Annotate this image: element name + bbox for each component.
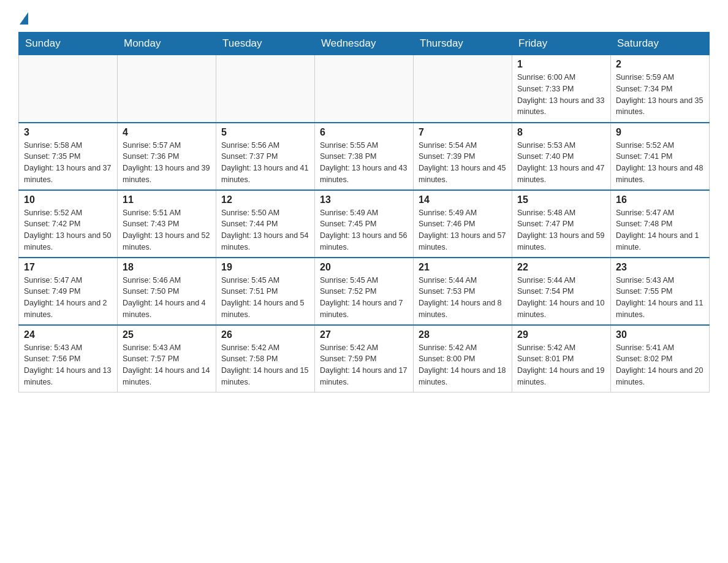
calendar-cell: 14Sunrise: 5:49 AMSunset: 7:46 PMDayligh… xyxy=(414,190,512,258)
day-number: 17 xyxy=(24,262,112,273)
day-number: 25 xyxy=(123,329,211,340)
calendar-cell: 3Sunrise: 5:58 AMSunset: 7:35 PMDaylight… xyxy=(19,123,118,190)
day-info: Sunrise: 5:44 AMSunset: 7:53 PMDaylight:… xyxy=(419,275,507,321)
calendar-cell: 12Sunrise: 5:50 AMSunset: 7:44 PMDayligh… xyxy=(216,190,315,258)
day-number: 9 xyxy=(616,127,704,138)
day-info: Sunrise: 5:46 AMSunset: 7:50 PMDaylight:… xyxy=(123,275,211,321)
calendar-cell: 28Sunrise: 5:42 AMSunset: 8:00 PMDayligh… xyxy=(414,325,512,393)
day-info: Sunrise: 5:42 AMSunset: 7:59 PMDaylight:… xyxy=(320,342,408,388)
day-number: 15 xyxy=(517,194,605,205)
day-info: Sunrise: 5:42 AMSunset: 8:01 PMDaylight:… xyxy=(517,342,605,388)
calendar-cell: 9Sunrise: 5:52 AMSunset: 7:41 PMDaylight… xyxy=(611,123,710,190)
day-number: 12 xyxy=(221,194,309,205)
day-info: Sunrise: 5:58 AMSunset: 7:35 PMDaylight:… xyxy=(24,140,112,186)
day-info: Sunrise: 5:44 AMSunset: 7:54 PMDaylight:… xyxy=(517,275,605,321)
day-number: 19 xyxy=(221,262,309,273)
calendar-week-row: 1Sunrise: 6:00 AMSunset: 7:33 PMDaylight… xyxy=(19,55,710,123)
day-info: Sunrise: 5:43 AMSunset: 7:55 PMDaylight:… xyxy=(616,275,704,321)
day-number: 13 xyxy=(320,194,408,205)
day-info: Sunrise: 5:45 AMSunset: 7:52 PMDaylight:… xyxy=(320,275,408,321)
day-info: Sunrise: 5:52 AMSunset: 7:41 PMDaylight:… xyxy=(616,140,704,186)
calendar-cell: 11Sunrise: 5:51 AMSunset: 7:43 PMDayligh… xyxy=(118,190,216,258)
day-info: Sunrise: 5:43 AMSunset: 7:57 PMDaylight:… xyxy=(123,342,211,388)
weekday-header-sunday: Sunday xyxy=(19,33,118,55)
calendar-cell: 26Sunrise: 5:42 AMSunset: 7:58 PMDayligh… xyxy=(216,325,315,393)
calendar-table: SundayMondayTuesdayWednesdayThursdayFrid… xyxy=(18,32,710,393)
calendar-cell: 6Sunrise: 5:55 AMSunset: 7:38 PMDaylight… xyxy=(315,123,414,190)
calendar-week-row: 24Sunrise: 5:43 AMSunset: 7:56 PMDayligh… xyxy=(19,325,710,393)
day-number: 18 xyxy=(123,262,211,273)
calendar-cell: 27Sunrise: 5:42 AMSunset: 7:59 PMDayligh… xyxy=(315,325,414,393)
weekday-header-tuesday: Tuesday xyxy=(216,33,315,55)
calendar-cell: 10Sunrise: 5:52 AMSunset: 7:42 PMDayligh… xyxy=(19,190,118,258)
calendar-cell: 30Sunrise: 5:41 AMSunset: 8:02 PMDayligh… xyxy=(611,325,710,393)
calendar-cell xyxy=(118,55,216,123)
day-info: Sunrise: 5:49 AMSunset: 7:46 PMDaylight:… xyxy=(419,207,507,253)
weekday-header-thursday: Thursday xyxy=(414,33,512,55)
calendar-week-row: 3Sunrise: 5:58 AMSunset: 7:35 PMDaylight… xyxy=(19,123,710,190)
calendar-cell: 25Sunrise: 5:43 AMSunset: 7:57 PMDayligh… xyxy=(118,325,216,393)
calendar-cell: 16Sunrise: 5:47 AMSunset: 7:48 PMDayligh… xyxy=(611,190,710,258)
calendar-cell: 24Sunrise: 5:43 AMSunset: 7:56 PMDayligh… xyxy=(19,325,118,393)
day-number: 28 xyxy=(419,329,507,340)
page-header xyxy=(18,12,710,26)
day-number: 8 xyxy=(517,127,605,138)
day-info: Sunrise: 5:49 AMSunset: 7:45 PMDaylight:… xyxy=(320,207,408,253)
day-info: Sunrise: 5:54 AMSunset: 7:39 PMDaylight:… xyxy=(419,140,507,186)
calendar-cell: 2Sunrise: 5:59 AMSunset: 7:34 PMDaylight… xyxy=(611,55,710,123)
day-number: 24 xyxy=(24,329,112,340)
calendar-cell: 20Sunrise: 5:45 AMSunset: 7:52 PMDayligh… xyxy=(315,258,414,325)
day-number: 2 xyxy=(616,59,704,70)
calendar-header-row: SundayMondayTuesdayWednesdayThursdayFrid… xyxy=(19,33,710,55)
weekday-header-saturday: Saturday xyxy=(611,33,710,55)
day-number: 22 xyxy=(517,262,605,273)
calendar-cell: 1Sunrise: 6:00 AMSunset: 7:33 PMDaylight… xyxy=(512,55,611,123)
calendar-cell xyxy=(19,55,118,123)
logo-triangle-icon xyxy=(20,12,28,25)
day-number: 6 xyxy=(320,127,408,138)
day-info: Sunrise: 5:41 AMSunset: 8:02 PMDaylight:… xyxy=(616,342,704,388)
day-number: 29 xyxy=(517,329,605,340)
day-info: Sunrise: 5:51 AMSunset: 7:43 PMDaylight:… xyxy=(123,207,211,253)
day-number: 26 xyxy=(221,329,309,340)
day-info: Sunrise: 5:55 AMSunset: 7:38 PMDaylight:… xyxy=(320,140,408,186)
day-number: 4 xyxy=(123,127,211,138)
day-number: 11 xyxy=(123,194,211,205)
calendar-cell: 23Sunrise: 5:43 AMSunset: 7:55 PMDayligh… xyxy=(611,258,710,325)
calendar-cell xyxy=(216,55,315,123)
calendar-cell: 19Sunrise: 5:45 AMSunset: 7:51 PMDayligh… xyxy=(216,258,315,325)
day-number: 7 xyxy=(419,127,507,138)
calendar-cell: 5Sunrise: 5:56 AMSunset: 7:37 PMDaylight… xyxy=(216,123,315,190)
calendar-week-row: 10Sunrise: 5:52 AMSunset: 7:42 PMDayligh… xyxy=(19,190,710,258)
day-number: 21 xyxy=(419,262,507,273)
day-number: 1 xyxy=(517,59,605,70)
day-info: Sunrise: 5:47 AMSunset: 7:49 PMDaylight:… xyxy=(24,275,112,321)
day-info: Sunrise: 5:57 AMSunset: 7:36 PMDaylight:… xyxy=(123,140,211,186)
calendar-cell: 7Sunrise: 5:54 AMSunset: 7:39 PMDaylight… xyxy=(414,123,512,190)
logo xyxy=(18,12,28,26)
calendar-cell: 15Sunrise: 5:48 AMSunset: 7:47 PMDayligh… xyxy=(512,190,611,258)
day-number: 14 xyxy=(419,194,507,205)
day-info: Sunrise: 5:47 AMSunset: 7:48 PMDaylight:… xyxy=(616,207,704,253)
calendar-cell xyxy=(315,55,414,123)
calendar-cell: 21Sunrise: 5:44 AMSunset: 7:53 PMDayligh… xyxy=(414,258,512,325)
day-number: 23 xyxy=(616,262,704,273)
day-number: 20 xyxy=(320,262,408,273)
day-number: 30 xyxy=(616,329,704,340)
calendar-week-row: 17Sunrise: 5:47 AMSunset: 7:49 PMDayligh… xyxy=(19,258,710,325)
day-number: 10 xyxy=(24,194,112,205)
day-number: 5 xyxy=(221,127,309,138)
day-info: Sunrise: 5:42 AMSunset: 7:58 PMDaylight:… xyxy=(221,342,309,388)
day-info: Sunrise: 5:56 AMSunset: 7:37 PMDaylight:… xyxy=(221,140,309,186)
calendar-cell: 8Sunrise: 5:53 AMSunset: 7:40 PMDaylight… xyxy=(512,123,611,190)
calendar-cell: 29Sunrise: 5:42 AMSunset: 8:01 PMDayligh… xyxy=(512,325,611,393)
day-info: Sunrise: 5:53 AMSunset: 7:40 PMDaylight:… xyxy=(517,140,605,186)
calendar-cell: 22Sunrise: 5:44 AMSunset: 7:54 PMDayligh… xyxy=(512,258,611,325)
calendar-cell: 4Sunrise: 5:57 AMSunset: 7:36 PMDaylight… xyxy=(118,123,216,190)
day-info: Sunrise: 5:43 AMSunset: 7:56 PMDaylight:… xyxy=(24,342,112,388)
day-info: Sunrise: 5:42 AMSunset: 8:00 PMDaylight:… xyxy=(419,342,507,388)
day-info: Sunrise: 5:48 AMSunset: 7:47 PMDaylight:… xyxy=(517,207,605,253)
day-info: Sunrise: 5:59 AMSunset: 7:34 PMDaylight:… xyxy=(616,72,704,118)
day-info: Sunrise: 5:50 AMSunset: 7:44 PMDaylight:… xyxy=(221,207,309,253)
calendar-cell: 13Sunrise: 5:49 AMSunset: 7:45 PMDayligh… xyxy=(315,190,414,258)
